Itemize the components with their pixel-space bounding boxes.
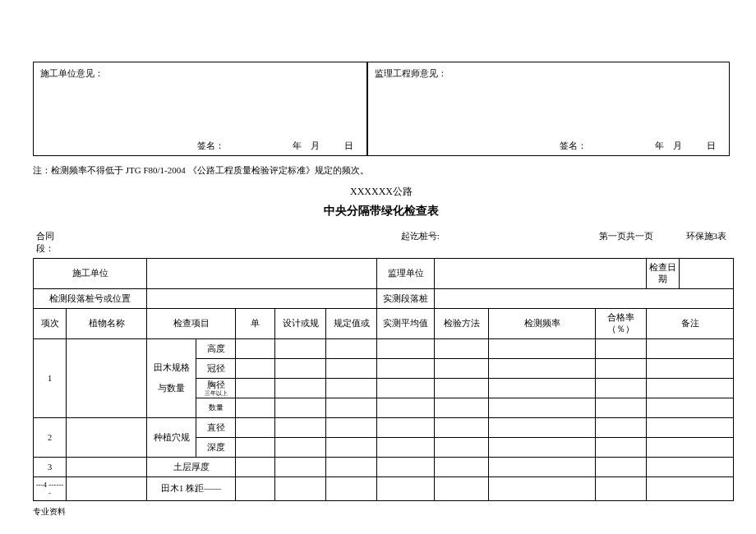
group-3: 土层厚度 (147, 458, 236, 477)
blank-cell (435, 379, 489, 398)
blank-cell (377, 359, 435, 379)
blank-cell (435, 438, 489, 458)
blank-cell (435, 398, 489, 418)
hdr-measured: 实测平均值 (377, 309, 435, 339)
hdr-plant: 植物名称 (67, 309, 147, 339)
seq-3: 3 (34, 458, 67, 477)
supervisor-opinion-box: 监理工程师意见： 签名： 年 月 日 (367, 62, 730, 156)
hdr-remark: 备注 (647, 309, 734, 339)
note-text: 注：检测频率不得低于 JTG F80/1-2004 《公路工程质量检验评定标准》… (33, 164, 730, 177)
blank-cell (489, 438, 596, 458)
blank-cell (377, 458, 435, 477)
blank-cell (377, 418, 435, 438)
blank-cell (326, 398, 377, 418)
blank-cell (596, 418, 647, 438)
blank-cell (647, 398, 734, 418)
page-info: 第一页共一页 (599, 230, 653, 255)
plant-3 (67, 458, 147, 477)
blank-cell (435, 418, 489, 438)
blank-cell (435, 359, 489, 379)
item-chest-sub: 三年以上 (196, 391, 235, 397)
form-id: 环保施3表 (686, 230, 727, 255)
header-row-2: 检测段落桩号或位置 实测段落桩 (34, 289, 734, 309)
blank-cell (236, 379, 275, 398)
blank-cell (647, 418, 734, 438)
blank-cell (489, 359, 596, 379)
blank-cell (489, 458, 596, 477)
blank-cell (326, 458, 377, 477)
blank-cell (236, 458, 275, 477)
header-row-3: 项次 植物名称 检查项目 单 设计或规 规定值或 实测平均值 检验方法 检测频率… (34, 309, 734, 339)
blank-cell (236, 477, 275, 501)
blank-cell (596, 438, 647, 458)
blank-cell (435, 259, 647, 289)
item-chest: 胸径三年以上 (196, 379, 236, 398)
blank-cell (275, 379, 326, 398)
blank-cell (326, 418, 377, 438)
seq-1: 1 (34, 339, 67, 418)
blank-cell (236, 398, 275, 418)
blank-cell (377, 339, 435, 359)
group-1: 田木规格 与数量 (147, 339, 196, 418)
blank-cell (275, 458, 326, 477)
road-name: XXXXXX公路 (33, 185, 730, 199)
blank-cell (647, 359, 734, 379)
hdr-design: 设计或规 (275, 309, 326, 339)
blank-cell (647, 379, 734, 398)
blank-cell (489, 477, 596, 501)
blank-cell (489, 398, 596, 418)
blank-cell (680, 259, 734, 289)
blank-cell (275, 418, 326, 438)
construction-opinion-box: 施工单位意见： 签名： 年 月 日 (33, 62, 367, 156)
hdr-stake: 检测段落桩号或位置 (34, 289, 147, 309)
blank-cell (596, 359, 647, 379)
construction-opinion-heading: 施工单位意见： (40, 67, 360, 80)
blank-cell (596, 458, 647, 477)
seq-4: ---4 ------- (34, 477, 67, 501)
blank-cell (275, 438, 326, 458)
header-row-1: 施工单位 监理单位 检查日期 (34, 259, 734, 289)
seq-2: 2 (34, 418, 67, 458)
blank-cell (236, 438, 275, 458)
row-2a: 2 种植穴规 直径 (34, 418, 734, 438)
hdr-construction-unit: 施工单位 (34, 259, 147, 289)
item-chest-label: 胸径 (196, 380, 235, 391)
item-height: 高度 (196, 339, 236, 359)
supervisor-opinion-heading: 监理工程师意见： (375, 67, 722, 80)
blank-cell (489, 418, 596, 438)
blank-cell (377, 438, 435, 458)
blank-cell (326, 438, 377, 458)
contract-section: 合同 段： (36, 230, 102, 255)
row-1a: 1 田木规格 与数量 高度 (34, 339, 734, 359)
blank-cell (147, 259, 377, 289)
blank-cell (489, 339, 596, 359)
blank-cell (596, 398, 647, 418)
blank-cell (377, 477, 435, 501)
hdr-real-stake: 实测段落桩 (377, 289, 435, 309)
blank-cell (326, 379, 377, 398)
plant-1 (67, 339, 147, 418)
hdr-date: 检查日期 (647, 259, 680, 289)
blank-cell (326, 477, 377, 501)
plant-4 (67, 477, 147, 501)
blank-cell (596, 477, 647, 501)
item-crown: 冠径 (196, 359, 236, 379)
hdr-method: 检验方法 (435, 309, 489, 339)
blank-cell (596, 339, 647, 359)
hdr-freq: 检测频率 (489, 309, 596, 339)
inspection-table: 施工单位 监理单位 检查日期 检测段落桩号或位置 实测段落桩 项次 植物名称 检… (33, 258, 734, 501)
row-4: ---4 ------- 田木1 株距—— (34, 477, 734, 501)
item-depth: 深度 (196, 438, 236, 458)
hdr-spec: 规定值或 (326, 309, 377, 339)
blank-cell (596, 379, 647, 398)
plant-2 (67, 418, 147, 458)
item-qty: 数量 (196, 398, 236, 418)
blank-cell (275, 359, 326, 379)
blank-cell (326, 339, 377, 359)
hdr-item: 检查项目 (147, 309, 236, 339)
blank-cell (489, 379, 596, 398)
blank-cell (377, 398, 435, 418)
footer-text: 专业资料 (33, 506, 730, 518)
form-title: 中央分隔带绿化检查表 (33, 204, 730, 219)
blank-cell (435, 477, 489, 501)
